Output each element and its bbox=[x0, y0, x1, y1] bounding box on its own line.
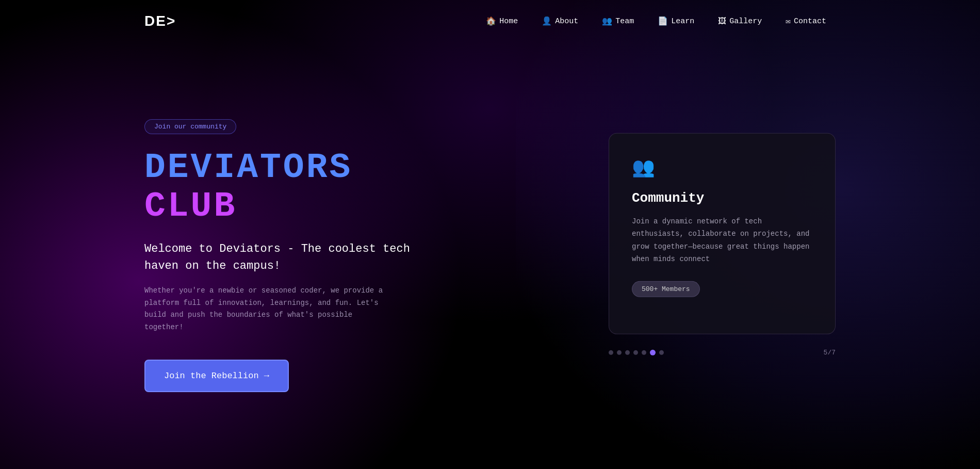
nav-link-gallery[interactable]: 🖼 Gallery bbox=[709, 11, 771, 31]
dot-2[interactable] bbox=[617, 350, 622, 354]
gallery-icon: 🖼 bbox=[718, 17, 726, 26]
team-icon: 👥 bbox=[602, 16, 612, 26]
dot-4[interactable] bbox=[633, 350, 638, 354]
hero-section: Join our community DEVIATORS CLUB Welcom… bbox=[0, 42, 980, 469]
hero-right: 👥 Community Join a dynamic network of te… bbox=[609, 133, 836, 356]
hero-subtitle: Welcome to Deviators - The coolest techh… bbox=[144, 240, 536, 274]
nav-label-about: About bbox=[555, 17, 578, 26]
dot-7[interactable] bbox=[659, 350, 664, 354]
contact-icon: ✉ bbox=[786, 16, 791, 26]
slider-dots bbox=[609, 349, 664, 355]
nav-label-team: Team bbox=[615, 17, 634, 26]
nav-label-home: Home bbox=[499, 17, 518, 26]
slider-count: 5/7 bbox=[824, 348, 836, 356]
nav-link-home[interactable]: 🏠 Home bbox=[477, 11, 527, 31]
cta-button[interactable]: Join the Rebellion → bbox=[144, 360, 289, 392]
about-icon: 👤 bbox=[542, 16, 552, 26]
home-icon: 🏠 bbox=[486, 16, 496, 26]
community-badge: Join our community bbox=[144, 119, 236, 134]
learn-icon: 📄 bbox=[658, 16, 668, 26]
title-club: CLUB bbox=[144, 186, 237, 226]
dot-3[interactable] bbox=[625, 350, 630, 354]
card-description: Join a dynamic network of tech enthusias… bbox=[632, 215, 812, 265]
nav-label-contact: Contact bbox=[794, 17, 826, 26]
nav-link-learn[interactable]: 📄 Learn bbox=[648, 11, 704, 31]
dot-1[interactable] bbox=[609, 350, 613, 354]
nav-links: 🏠 Home 👤 About 👥 Team 📄 Learn 🖼 Gallery … bbox=[477, 11, 836, 31]
nav-link-about[interactable]: 👤 About bbox=[532, 11, 587, 31]
community-card: 👥 Community Join a dynamic network of te… bbox=[609, 133, 836, 334]
nav-link-contact[interactable]: ✉ Contact bbox=[776, 11, 836, 31]
title-deviators: DEVIATORS bbox=[144, 148, 352, 187]
hero-left: Join our community DEVIATORS CLUB Welcom… bbox=[144, 119, 536, 392]
slider-footer: 5/7 bbox=[609, 348, 836, 356]
nav-label-gallery: Gallery bbox=[729, 17, 762, 26]
logo[interactable]: DE> bbox=[144, 13, 176, 29]
nav-link-team[interactable]: 👥 Team bbox=[593, 11, 643, 31]
hero-description: Whether you're a newbie or seasoned code… bbox=[144, 285, 392, 334]
members-badge: 500+ Members bbox=[632, 281, 700, 297]
community-card-icon: 👥 bbox=[632, 156, 812, 179]
nav-label-learn: Learn bbox=[671, 17, 694, 26]
card-title: Community bbox=[632, 190, 812, 205]
navbar: DE> 🏠 Home 👤 About 👥 Team 📄 Learn 🖼 Gall… bbox=[0, 0, 980, 42]
dot-5[interactable] bbox=[642, 350, 646, 354]
dot-6[interactable] bbox=[650, 349, 656, 355]
hero-title: DEVIATORS CLUB bbox=[144, 149, 536, 226]
